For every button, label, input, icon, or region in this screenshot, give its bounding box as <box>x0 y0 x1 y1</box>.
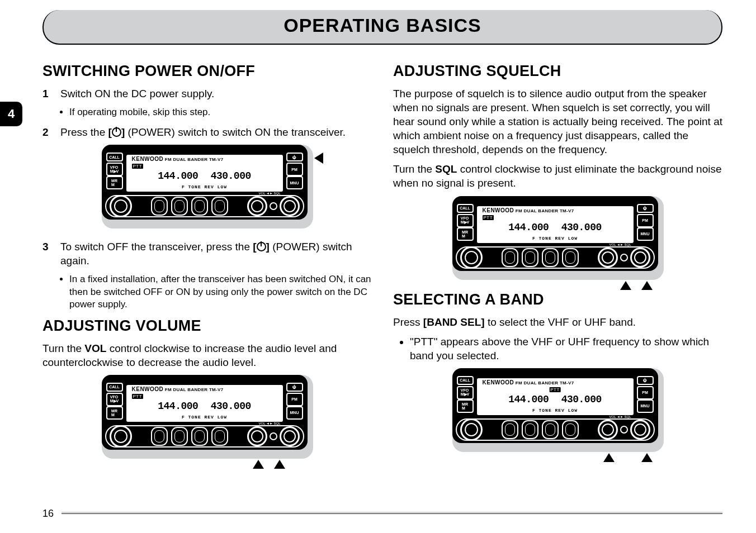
btn-vfo: VFOM▶V <box>457 386 474 399</box>
lcd-annunciators: F TONE REV LOW <box>126 415 283 420</box>
btn-mnu: MNU <box>637 399 654 413</box>
heading-band: SELECTING A BAND <box>393 291 722 308</box>
band-paragraph: Press [BAND SEL] to select the VHF or UH… <box>393 315 722 329</box>
vol-sql-label: VOL ◄► SQL <box>258 422 282 425</box>
btn-mr: MRM <box>106 406 123 420</box>
left-column: SWITCHING POWER ON/OFF 1 Switch ON the D… <box>42 58 372 470</box>
sql-knob <box>280 426 300 446</box>
heading-squelch: ADJUSTING SQUELCH <box>393 63 722 80</box>
power-icon <box>257 242 266 251</box>
right-column: ADJUSTING SQUELCH The purpose of squelch… <box>393 58 722 470</box>
heading-volume: ADJUSTING VOLUME <box>42 317 372 335</box>
btn-vfo: VFOM▶V <box>457 214 474 227</box>
btn-pm: PM <box>637 386 654 399</box>
page-number: 16 <box>42 508 54 520</box>
btn-mnu: MNU <box>286 176 303 189</box>
btn-pm: PM <box>637 214 654 227</box>
sql-knob <box>280 196 300 216</box>
power-icon <box>112 127 121 137</box>
step-3: 3 To switch OFF the transceiver, press t… <box>42 240 372 268</box>
btn-mr: MRM <box>106 176 123 189</box>
step-2-text: Press the [] (POWER) switch to switch ON… <box>60 125 346 139</box>
ptt-indicator: PTT <box>132 164 144 169</box>
frequency-readout: 144.000 430.000 <box>477 394 634 405</box>
sql-knob <box>630 420 650 440</box>
ptt-indicator: PTT <box>483 215 494 220</box>
jack <box>270 202 277 210</box>
control-strip <box>105 195 304 217</box>
btn-call: CALL <box>106 153 123 161</box>
vol-knob <box>598 420 618 440</box>
btn-pm: PM <box>286 163 303 176</box>
frequency-readout: 144.000 430.000 <box>126 170 283 182</box>
vol-knob <box>247 426 267 446</box>
soft-key <box>151 197 168 216</box>
squelch-turn: Turn the SQL control clockwise to just e… <box>393 162 722 190</box>
sql-knob <box>630 248 650 268</box>
soft-key <box>171 197 188 216</box>
radio-unit: CALL VFOM▶V MRM ⏻ PM MNU KENWOOD FM DUAL… <box>102 145 308 220</box>
tuning-knob <box>460 418 483 441</box>
btn-mr: MRM <box>457 399 474 413</box>
vol-knob <box>598 248 618 268</box>
tuning-knob <box>110 195 132 217</box>
step-2: 2 Press the [] (POWER) switch to switch … <box>42 125 372 139</box>
step-3-sub: In a fixed installation, after the trans… <box>69 273 372 310</box>
ptt-indicator: PTT <box>549 387 561 392</box>
soft-key <box>211 197 228 216</box>
step-1: 1 Switch ON the DC power supply. <box>42 87 372 101</box>
pointer-arrow-icon <box>620 281 631 290</box>
btn-mnu: MNU <box>637 227 654 241</box>
lcd-annunciators: F TONE REV LOW <box>126 184 283 189</box>
step-3-text: To switch OFF the transceiver, press the… <box>60 240 372 268</box>
lcd-annunciators: F TONE REV LOW <box>477 236 634 241</box>
btn-vfo: VFOM▶V <box>106 393 123 406</box>
step-1-number: 1 <box>42 87 53 101</box>
squelch-paragraph: The purpose of squelch is to silence aud… <box>393 87 722 156</box>
pointer-arrow-icon <box>641 281 653 290</box>
vol-sql-label: VOL ◄► SQL <box>608 243 632 246</box>
step-1-text: Switch ON the DC power supply. <box>60 87 214 101</box>
btn-mr: MRM <box>457 227 474 241</box>
btn-power: ⏻ <box>286 383 303 392</box>
figure-squelch: CALL VFOM▶V MRM ⏻ PM MNU KENWOOD FM DUAL… <box>393 196 722 280</box>
soft-key <box>191 197 208 216</box>
pointer-arrow-icon <box>314 153 323 164</box>
brand-label: KENWOOD FM DUAL BANDER TM-V7 <box>132 156 224 162</box>
figure-power: CALL VFOM▶V MRM ⏻ PM MNU KENWOOD FM DUAL… <box>42 145 372 229</box>
tuning-knob <box>110 425 132 448</box>
lcd-screen: KENWOOD FM DUAL BANDER TM-V7 PTT 144.000… <box>125 154 284 193</box>
btn-power: ⏻ <box>286 153 303 161</box>
step-2-number: 2 <box>42 125 53 139</box>
heading-power: SWITCHING POWER ON/OFF <box>42 63 372 80</box>
vol-sql-label: VOL ◄► SQL <box>608 415 632 418</box>
figure-volume: CALL VFOM▶V MRM ⏻ PM MNU KENWOOD FM DUAL… <box>42 375 372 459</box>
btn-call: CALL <box>457 376 474 385</box>
pointer-arrow-icon <box>274 460 285 469</box>
frequency-readout: 144.000 430.000 <box>477 222 634 233</box>
pointer-arrow-icon <box>603 453 615 462</box>
chapter-tab: 4 <box>0 102 22 126</box>
lcd-annunciators: F TONE REV LOW <box>477 408 634 413</box>
btn-call: CALL <box>457 204 474 213</box>
pointer-arrow-icon <box>253 460 264 469</box>
btn-pm: PM <box>286 393 303 406</box>
step-1-sub: If operating mobile, skip this step. <box>69 106 372 118</box>
ptt-indicator: PTT <box>132 394 144 399</box>
step-3-number: 3 <box>42 240 53 268</box>
vol-knob <box>247 196 267 216</box>
frequency-readout: 144.000 430.000 <box>126 401 283 412</box>
btn-call: CALL <box>106 383 123 392</box>
page-title-bar: OPERATING BASICS <box>42 10 722 50</box>
figure-band: CALL VFOM▶V MRM ⏻ PM MNU KENWOOD FM DUAL… <box>393 368 722 452</box>
btn-power: ⏻ <box>637 376 654 385</box>
btn-power: ⏻ <box>637 204 654 213</box>
band-bullet: "PTT" appears above the VHF or UHF frequ… <box>410 335 722 363</box>
pointer-arrow-icon <box>641 453 653 462</box>
btn-mnu: MNU <box>286 406 303 420</box>
footer-rule <box>62 512 722 514</box>
manual-page: 4 OPERATING BASICS SWITCHING POWER ON/OF… <box>0 0 756 533</box>
btn-vfo: VFOM▶V <box>106 163 123 176</box>
tuning-knob <box>460 246 483 269</box>
volume-paragraph: Turn the VOL control clockwise to increa… <box>42 341 372 369</box>
